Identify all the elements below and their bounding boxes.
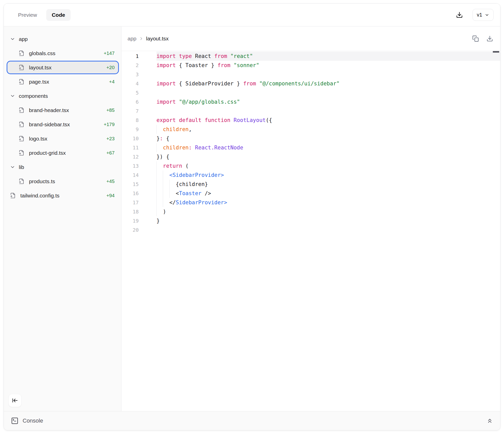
console-bar[interactable]: Console — [4, 411, 500, 430]
line-content: <Toaster /> — [156, 189, 500, 198]
file-name: brand-header.tsx — [29, 107, 69, 113]
line-content — [156, 225, 500, 235]
diff-count-badge: +85 — [106, 107, 115, 113]
editor-header: app layout.tsx — [121, 26, 500, 51]
line-number: 19 — [121, 216, 156, 225]
file-plus-icon — [19, 107, 24, 113]
breadcrumb: app layout.tsx — [128, 36, 169, 42]
folder-name: app — [19, 36, 28, 42]
line-content: children: React.ReactNode — [156, 143, 500, 152]
tab-preview[interactable]: Preview — [12, 9, 43, 21]
line-content: }) { — [156, 152, 500, 161]
console-label: Console — [23, 417, 43, 424]
line-content: }: { — [156, 134, 500, 143]
version-dropdown[interactable]: v1 — [472, 9, 494, 21]
line-number: 12 — [121, 152, 156, 161]
code-viewport[interactable]: 1import type React from "react"2import {… — [121, 51, 500, 411]
diff-count-badge: +20 — [106, 65, 115, 70]
file-name: tailwind.config.ts — [20, 193, 59, 199]
file-tree: app globals.css +147 layout.tsx +20 page… — [7, 33, 118, 202]
download-file-button[interactable] — [486, 35, 493, 42]
breadcrumb-folder[interactable]: app — [128, 36, 136, 42]
file-products.ts[interactable]: products.ts +45 — [7, 175, 118, 187]
diff-count-badge: +67 — [106, 150, 115, 156]
code-line-12: 12}) { — [121, 152, 500, 161]
code-line-7: 7 — [121, 106, 500, 116]
line-content: </SidebarProvider> — [156, 198, 500, 207]
download-icon — [456, 11, 463, 18]
chevrons-up-icon — [486, 417, 493, 424]
folder-components[interactable]: components — [7, 90, 118, 102]
line-number: 13 — [121, 161, 156, 170]
file-page.tsx[interactable]: page.tsx +4 — [7, 76, 118, 88]
file-name: layout.tsx — [29, 65, 52, 71]
code-line-2: 2import { Toaster } from "sonner" — [121, 61, 500, 70]
line-content: <SidebarProvider> — [156, 170, 500, 180]
code-editor: app layout.tsx 1import type React from "… — [121, 26, 500, 411]
file-plus-icon — [19, 79, 24, 85]
line-number: 7 — [121, 106, 156, 116]
file-brand-sidebar.tsx[interactable]: brand-sidebar.tsx +179 — [7, 118, 118, 130]
code-line-10: 10}: { — [121, 134, 500, 143]
line-content: children, — [156, 125, 500, 134]
diff-count-badge: +147 — [104, 51, 115, 56]
line-number: 16 — [121, 189, 156, 198]
file-layout.tsx[interactable]: layout.tsx +20 — [7, 61, 118, 73]
line-content — [156, 106, 500, 116]
file-product-grid.tsx[interactable]: product-grid.tsx +67 — [7, 147, 118, 159]
line-number: 9 — [121, 125, 156, 134]
file-plus-icon — [19, 121, 24, 127]
code-line-1: 1import type React from "react" — [121, 52, 500, 61]
code-line-13: 13return ( — [121, 161, 500, 170]
code-line-19: 19} — [121, 216, 500, 225]
download-icon — [486, 35, 493, 42]
line-content: import "@/app/globals.css" — [156, 97, 500, 106]
file-name: page.tsx — [29, 79, 49, 85]
code-line-4: 4import { SidebarProvider } from "@/comp… — [121, 79, 500, 88]
file-plus-icon — [19, 65, 24, 70]
line-content: import { SidebarProvider } from "@/compo… — [156, 79, 500, 88]
code-line-8: 8export default function RootLayout({ — [121, 116, 500, 125]
line-number: 6 — [121, 97, 156, 106]
diff-count-badge: +94 — [106, 193, 115, 198]
file-plus-icon — [19, 136, 24, 142]
line-number: 4 — [121, 79, 156, 88]
file-tailwind.config.ts[interactable]: tailwind.config.ts +94 — [7, 190, 118, 202]
file-name: brand-sidebar.tsx — [29, 121, 70, 128]
download-button[interactable] — [456, 11, 463, 18]
code-line-20: 20 — [121, 225, 500, 235]
line-content — [156, 88, 500, 97]
collapse-sidebar-button[interactable] — [8, 394, 22, 407]
expand-console-button[interactable] — [486, 417, 493, 424]
folder-name: components — [19, 93, 48, 99]
folder-lib[interactable]: lib — [7, 161, 118, 173]
code-line-6: 6import "@/app/globals.css" — [121, 97, 500, 106]
file-logo.tsx[interactable]: logo.tsx +23 — [7, 133, 118, 145]
copy-code-button[interactable] — [472, 35, 479, 42]
tab-code[interactable]: Code — [46, 9, 71, 21]
code-panel: Preview Code v1 app globals.css +147 lay… — [4, 3, 500, 430]
file-tree-sidebar: app globals.css +147 layout.tsx +20 page… — [4, 26, 121, 411]
copy-icon — [472, 35, 479, 42]
folder-name: lib — [19, 164, 24, 170]
chevron-down-icon — [10, 164, 15, 170]
top-toolbar: Preview Code v1 — [4, 4, 500, 26]
code-line-9: 9children, — [121, 125, 500, 134]
scrollbar-thumb[interactable] — [493, 51, 499, 53]
line-content: {children} — [156, 180, 500, 189]
file-plus-icon — [19, 178, 24, 184]
code-line-11: 11children: React.ReactNode — [121, 143, 500, 152]
file-name: product-grid.tsx — [29, 150, 66, 156]
folder-app[interactable]: app — [7, 33, 118, 45]
chevron-down-icon — [485, 13, 489, 17]
chevron-down-icon — [10, 36, 15, 42]
file-plus-icon — [19, 150, 24, 156]
line-content: ) — [156, 207, 500, 216]
diff-count-badge: +45 — [106, 179, 115, 184]
file-plus-icon — [19, 50, 24, 56]
line-number: 15 — [121, 180, 156, 189]
line-number: 14 — [121, 170, 156, 180]
file-globals.css[interactable]: globals.css +147 — [7, 47, 118, 59]
file-brand-header.tsx[interactable]: brand-header.tsx +85 — [7, 104, 118, 116]
file-name: products.ts — [29, 178, 55, 184]
